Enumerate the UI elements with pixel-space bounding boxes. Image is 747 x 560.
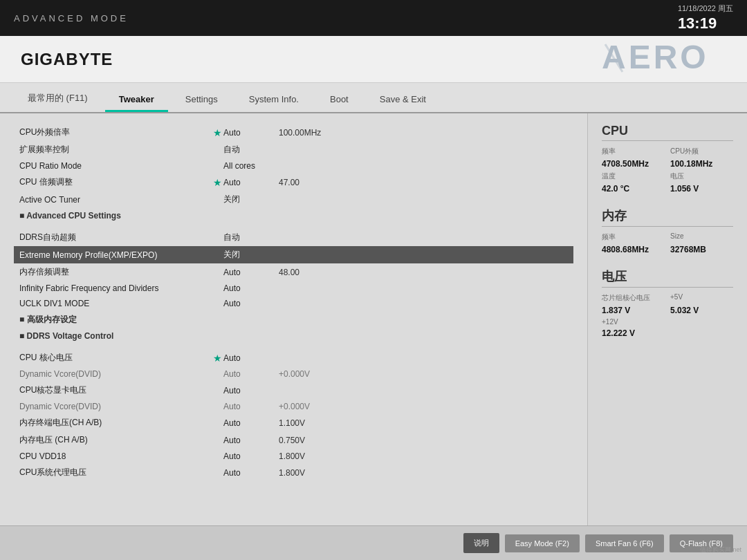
setting-name-cpu-vdd18: CPU VDD18: [19, 451, 213, 461]
setting-name-cpu-ratio: CPU 倍频调整: [19, 176, 213, 188]
cpu-section-title: CPU: [602, 124, 733, 141]
setting-row-adv-mem[interactable]: ■ 高级内存设定: [14, 311, 573, 328]
plus5v-label: +5V: [670, 293, 733, 303]
setting-name-dvid2: Dynamic Vcore(DVID): [19, 402, 213, 411]
setting-name-ddr5-volt: ■ DDRS Voltage Control: [19, 331, 213, 341]
divider-2: [14, 344, 573, 349]
volt-info-grid: 芯片组核心电压 +5V 1.837 V 5.032 V +12V 12.222 …: [602, 293, 733, 338]
plus12v-label: +12V: [602, 318, 665, 326]
setting-val2-cpu-ratio: 47.00: [279, 178, 299, 187]
setting-name-ddr5-oc: DDRS自动超频: [19, 232, 213, 243]
setting-name-mem-term-volt: 内存终端电压(CH A/B): [19, 417, 213, 429]
header-area: GIGABYTE AERO: [0, 36, 747, 83]
setting-val2-cpu-vdd18: 1.800V: [279, 451, 305, 461]
setting-row-uclk[interactable]: UCLK DIV1 MODE Auto: [14, 296, 573, 311]
setting-row-mem-volt[interactable]: 内存电压 (CH A/B) Auto 0.750V: [14, 431, 573, 449]
mem-section-title: 内存: [602, 207, 733, 227]
setting-val1-dvid2: Auto: [223, 402, 279, 411]
setting-val1-igpu-volt: Auto: [223, 386, 279, 395]
setting-val1-freq-ctrl: 自动: [223, 144, 279, 156]
setting-val1-uclk: Auto: [223, 299, 279, 308]
setting-name-cpu-vcore: CPU 核心电压: [19, 352, 213, 364]
setting-row-xmp[interactable]: Extreme Memory Profile(XMP/EXPO) 关闭: [14, 246, 573, 263]
setting-row-cpu-ratio[interactable]: CPU 倍频调整 ★ Auto 47.00: [14, 174, 573, 191]
setting-val2-dvid2: +0.000V: [279, 402, 310, 411]
date-display: 11/18/2022 周五: [678, 3, 733, 14]
setting-name-oc-tuner: Active OC Tuner: [19, 195, 213, 205]
smart-fan-button[interactable]: Smart Fan 6 (F6): [585, 534, 664, 552]
tab-tweaker[interactable]: Tweaker: [105, 88, 168, 112]
setting-row-oc-tuner[interactable]: Active OC Tuner 关闭: [14, 191, 573, 208]
setting-val1-oc-tuner: 关闭: [223, 194, 279, 205]
cpu-info-grid: 频率 CPU外频 4708.50MHz 100.18MHz 温度 电压 42.0…: [602, 147, 733, 194]
plus5v-value: 5.032 V: [670, 306, 733, 315]
easy-mode-button[interactable]: Easy Mode (F2): [505, 534, 580, 552]
setting-val1-cpu-sa-volt: Auto: [223, 468, 279, 478]
setting-row-freq-ctrl[interactable]: 扩展频率控制 自动: [14, 141, 573, 158]
setting-row-dvid2[interactable]: Dynamic Vcore(DVID) Auto +0.000V: [14, 399, 573, 414]
setting-row-infinity-fabric[interactable]: Infinity Fabric Frequency and Dividers A…: [14, 281, 573, 296]
explain-button[interactable]: 说明: [463, 533, 499, 553]
setting-val1-cpu-bclk: Auto: [223, 128, 279, 138]
setting-row-igpu-volt[interactable]: CPU核芯显卡电压 Auto: [14, 382, 573, 399]
star-cpu-ratio: ★: [213, 177, 223, 188]
setting-val1-mem-volt: Auto: [223, 436, 279, 445]
setting-name-igpu-volt: CPU核芯显卡电压: [19, 384, 213, 396]
top-bar: ADVANCED MODE 11/18/2022 周五 13:19: [0, 0, 747, 36]
mode-title: ADVANCED MODE: [14, 13, 129, 24]
setting-row-ratio-mode[interactable]: CPU Ratio Mode All cores: [14, 158, 573, 174]
setting-val1-ratio-mode: All cores: [223, 161, 279, 171]
tab-boot[interactable]: Boot: [316, 88, 362, 112]
setting-val2-cpu-bclk: 100.00MHz: [279, 128, 321, 138]
setting-row-cpu-vcore[interactable]: CPU 核心电压 ★ Auto: [14, 349, 573, 366]
setting-val1-mem-ratio: Auto: [223, 268, 279, 277]
setting-row-cpu-bclk[interactable]: CPU外频倍率 ★ Auto 100.00MHz: [14, 124, 573, 141]
tab-settings[interactable]: Settings: [172, 88, 232, 112]
setting-val1-dvid1: Auto: [223, 369, 279, 379]
plus12v-value: 12.222 V: [602, 328, 665, 338]
setting-row-ddr5-oc[interactable]: DDRS自动超频 自动: [14, 229, 573, 246]
volt-info-section: 电压 芯片组核心电压 +5V 1.837 V 5.032 V +12V 12.2…: [602, 268, 733, 338]
setting-name-mem-volt: 内存电压 (CH A/B): [19, 434, 213, 446]
setting-name-ratio-mode: CPU Ratio Mode: [19, 161, 213, 171]
setting-name-freq-ctrl: 扩展频率控制: [19, 144, 213, 156]
info-panel: CPU 频率 CPU外频 4708.50MHz 100.18MHz 温度 电压 …: [588, 113, 747, 525]
star-cpu-bclk: ★: [213, 127, 223, 138]
chip-volt-label: 芯片组核心电压: [602, 293, 665, 303]
svg-text:AERO: AERO: [602, 39, 709, 75]
setting-row-mem-ratio[interactable]: 内存倍频调整 Auto 48.00: [14, 263, 573, 281]
setting-val2-dvid1: +0.000V: [279, 369, 310, 379]
setting-row-cpu-vdd18[interactable]: CPU VDD18 Auto 1.800V: [14, 449, 573, 464]
setting-val1-mem-term-volt: Auto: [223, 418, 279, 428]
setting-name-infinity-fabric: Infinity Fabric Frequency and Dividers: [19, 283, 213, 293]
setting-name-cpu-bclk: CPU外频倍率: [19, 127, 213, 138]
nav-tabs: 最常用的 (F11) Tweaker Settings System Info.…: [0, 83, 747, 113]
tab-saveexit[interactable]: Save & Exit: [366, 88, 440, 112]
setting-row-mem-term-volt[interactable]: 内存终端电压(CH A/B) Auto 1.100V: [14, 414, 573, 431]
setting-row-adv-cpu[interactable]: ■ Advanced CPU Settings: [14, 208, 573, 223]
setting-name-xmp: Extreme Memory Profile(XMP/EXPO): [19, 250, 213, 260]
setting-val1-ddr5-oc: 自动: [223, 232, 279, 243]
cpu-temp-label: 温度: [602, 171, 665, 181]
setting-val2-mem-ratio: 48.00: [279, 268, 299, 277]
mem-size-value: 32768MB: [670, 245, 733, 254]
setting-name-mem-ratio: 内存倍频调整: [19, 266, 213, 278]
setting-row-cpu-sa-volt[interactable]: CPU系统代理电压 Auto 1.800V: [14, 464, 573, 481]
mem-info-section: 内存 频率 Size 4808.68MHz 32768MB: [602, 207, 733, 254]
setting-name-adv-mem: ■ 高级内存设定: [19, 314, 213, 326]
mem-info-grid: 频率 Size 4808.68MHz 32768MB: [602, 232, 733, 254]
bottom-bar: 说明 Easy Mode (F2) Smart Fan 6 (F6) Q-Fla…: [0, 525, 747, 560]
cpu-info-section: CPU 频率 CPU外频 4708.50MHz 100.18MHz 温度 电压 …: [602, 124, 733, 194]
setting-val1-xmp: 关闭: [223, 249, 279, 261]
tab-sysinfo[interactable]: System Info.: [235, 88, 313, 112]
setting-val1-cpu-vdd18: Auto: [223, 451, 279, 461]
mem-freq-label: 频率: [602, 232, 665, 242]
tab-favorite[interactable]: 最常用的 (F11): [14, 86, 102, 112]
cpu-ext-freq-value: 100.18MHz: [670, 159, 733, 169]
setting-row-dvid1[interactable]: Dynamic Vcore(DVID) Auto +0.000V: [14, 366, 573, 382]
gigabyte-logo: GIGABYTE: [21, 50, 113, 69]
bios-container: ADVANCED MODE 11/18/2022 周五 13:19 GIGABY…: [0, 0, 747, 560]
aero-logo: AERO: [602, 37, 726, 82]
setting-row-ddr5-volt[interactable]: ■ DDRS Voltage Control: [14, 328, 573, 344]
setting-val1-infinity-fabric: Auto: [223, 283, 279, 293]
